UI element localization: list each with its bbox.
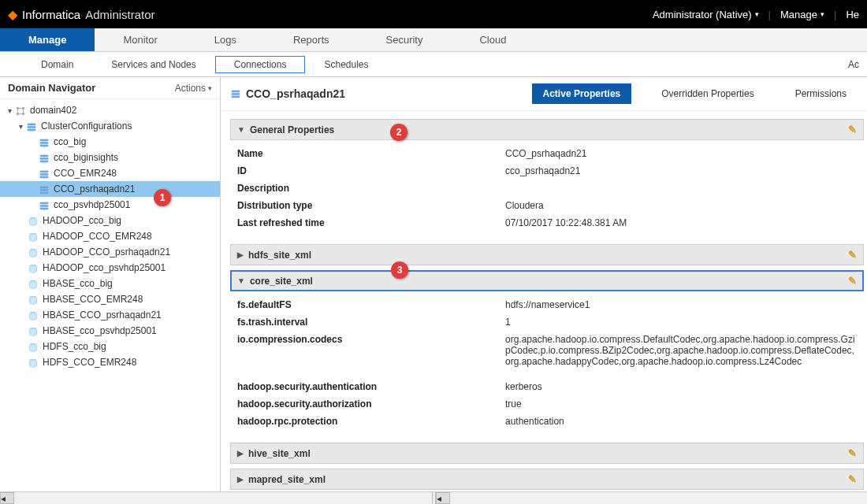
chevron-down-icon: ▾: [208, 84, 212, 92]
tree-cluster-configs[interactable]: ▾ClusterConfigurations: [0, 118, 220, 134]
property-key: hadoop.security.authorization: [237, 398, 505, 410]
scroll-track-right[interactable]: [450, 492, 868, 504]
tree-service-item[interactable]: HADOOP_cco_psvhdp25001: [0, 260, 220, 276]
tree-domain-root[interactable]: ▾domain402: [0, 102, 220, 118]
edit-icon[interactable]: ✎: [848, 124, 857, 135]
svg-rect-14: [40, 173, 49, 176]
tab-logs[interactable]: Logs: [186, 28, 265, 51]
brand-logo-icon: ◆: [8, 7, 17, 22]
subtab-domain[interactable]: Domain: [22, 56, 92, 73]
tab-monitor[interactable]: Monitor: [95, 28, 185, 51]
tree-service-item[interactable]: HBASE_cco_psvhdp25001: [0, 323, 220, 339]
detail-panel: CCO_psrhaqadn21 Active Properties Overri…: [221, 77, 867, 491]
scroll-left-button[interactable]: ◂: [0, 492, 14, 504]
tab-reports[interactable]: Reports: [265, 28, 358, 51]
svg-rect-17: [40, 189, 49, 191]
service-icon: [27, 246, 39, 258]
tree-service-item[interactable]: HADOOP_CCO_psrhaqadn21: [0, 244, 220, 260]
tree-service-item[interactable]: HBASE_CCO_psrhaqadn21: [0, 307, 220, 323]
tree-item-label: cco_big: [54, 136, 86, 147]
svg-rect-33: [232, 94, 240, 96]
detail-body[interactable]: ▼ General Properties ✎ NameCCO_psrhaqadn…: [221, 111, 867, 491]
property-row: fs.defaultFShdfs://nameservice1: [234, 296, 861, 313]
property-value: [505, 183, 858, 194]
tree-service-item[interactable]: HBASE_CCO_EMR248: [0, 291, 220, 307]
detail-tab-active-props[interactable]: Active Properties: [532, 83, 632, 104]
property-key: ID: [237, 165, 505, 176]
tree-service-item[interactable]: HBASE_cco_big: [0, 276, 220, 291]
top-bar: ◆ Informatica Administrator Administrato…: [0, 0, 867, 28]
tree-item-label: HDFS_cco_big: [43, 341, 106, 352]
manage-menu[interactable]: Manage▾: [780, 9, 824, 20]
service-icon: [27, 325, 39, 336]
tree-cc-item[interactable]: CCO_EMR248: [0, 165, 220, 181]
service-icon: [27, 309, 39, 321]
subtab-overflow[interactable]: Ac: [848, 59, 859, 70]
tab-security[interactable]: Security: [358, 28, 452, 51]
horizontal-scrollbar[interactable]: ◂ ◂: [0, 491, 867, 504]
subtab-services-nodes[interactable]: Services and Nodes: [92, 56, 214, 73]
section-header-mapred[interactable]: ▶ mapred_site_xml ✎: [230, 469, 864, 490]
detail-tab-permissions[interactable]: Permissions: [784, 83, 858, 104]
svg-rect-16: [40, 186, 49, 188]
user-menu[interactable]: Administrator (Native)▾: [653, 9, 759, 20]
svg-rect-19: [40, 202, 49, 204]
edit-icon[interactable]: ✎: [848, 473, 857, 485]
tree-cc-item[interactable]: CCO_psrhaqadn21: [0, 181, 220, 197]
tree-item-label: HADOOP_cco_big: [43, 215, 121, 226]
tree-cc-item[interactable]: cco_biginsights: [0, 150, 220, 165]
navigator-actions-menu[interactable]: Actions▾: [175, 83, 212, 94]
tree-service-item[interactable]: HDFS_CCO_EMR248: [0, 354, 220, 370]
svg-rect-15: [40, 176, 49, 178]
svg-rect-9: [40, 144, 49, 146]
navigator-header: Domain Navigator Actions▾: [0, 77, 220, 99]
tree-service-item[interactable]: HADOOP_cco_big: [0, 213, 220, 228]
tree-item-label: HBASE_CCO_EMR248: [43, 294, 143, 305]
domain-navigator-panel: Domain Navigator Actions▾ ▾domain402 ▾Cl…: [0, 77, 221, 491]
service-icon: [27, 341, 39, 352]
property-row: hadoop.rpc.protectionauthentication: [234, 413, 861, 430]
detail-header: CCO_psrhaqadn21 Active Properties Overri…: [221, 77, 867, 111]
property-row: io.compression.codecsorg.apache.hadoop.i…: [234, 331, 861, 370]
property-row: fs.trash.interval1: [234, 313, 861, 331]
property-value: 07/10/2017 10:22:48.381 AM: [505, 217, 858, 228]
section-header-hdfs[interactable]: ▶ hdfs_site_xml ✎: [230, 244, 864, 265]
detail-tab-overridden[interactable]: Overridden Properties: [650, 83, 765, 104]
tab-manage[interactable]: Manage: [0, 28, 95, 51]
chevron-down-icon: ▾: [16, 122, 25, 131]
subtab-connections[interactable]: Connections: [215, 56, 306, 73]
svg-rect-12: [40, 160, 49, 162]
service-icon: [27, 278, 39, 289]
property-row: IDcco_psrhaqadn21: [234, 162, 861, 180]
section-header-core[interactable]: ▼ core_site_xml ✎: [230, 270, 864, 291]
folder-icon: [25, 120, 38, 132]
tree-cc-item[interactable]: cco_big: [0, 134, 220, 150]
property-row: Distribution typeCloudera: [234, 197, 861, 214]
edit-icon[interactable]: ✎: [848, 275, 857, 287]
tree-service-item[interactable]: HADOOP_CCO_EMR248: [0, 228, 220, 244]
tree-item-label: cco_biginsights: [54, 152, 118, 163]
property-row: hadoop.security.authenticationkerberos: [234, 378, 861, 395]
cluster-config-icon: [38, 199, 50, 210]
separator: |: [768, 9, 771, 20]
subtab-schedules[interactable]: Schedules: [305, 56, 387, 73]
help-menu[interactable]: He: [846, 9, 859, 20]
property-key: Last refreshed time: [237, 217, 505, 228]
tab-cloud[interactable]: Cloud: [451, 28, 534, 51]
tree-service-item[interactable]: HDFS_cco_big: [0, 339, 220, 354]
chevron-down-icon: ▼: [237, 276, 245, 285]
property-key: fs.defaultFS: [237, 299, 505, 310]
tree-cc-item[interactable]: cco_psvhdp25001: [0, 197, 220, 213]
section-header-hive[interactable]: ▶ hive_site_xml ✎: [230, 443, 864, 464]
edit-icon[interactable]: ✎: [848, 447, 857, 459]
tree-item-label: HDFS_CCO_EMR248: [43, 357, 136, 368]
edit-icon[interactable]: ✎: [848, 249, 857, 261]
property-key: io.compression.codecs: [237, 334, 505, 367]
chevron-right-icon: ▶: [237, 250, 244, 259]
section-header-general[interactable]: ▼ General Properties ✎: [230, 119, 864, 140]
section-mapred-site-xml: ▶ mapred_site_xml ✎: [230, 469, 864, 490]
svg-rect-34: [232, 96, 240, 98]
navigator-title: Domain Navigator: [8, 82, 95, 94]
scroll-left-button[interactable]: ◂: [436, 492, 450, 504]
scroll-track-left[interactable]: [14, 492, 432, 504]
